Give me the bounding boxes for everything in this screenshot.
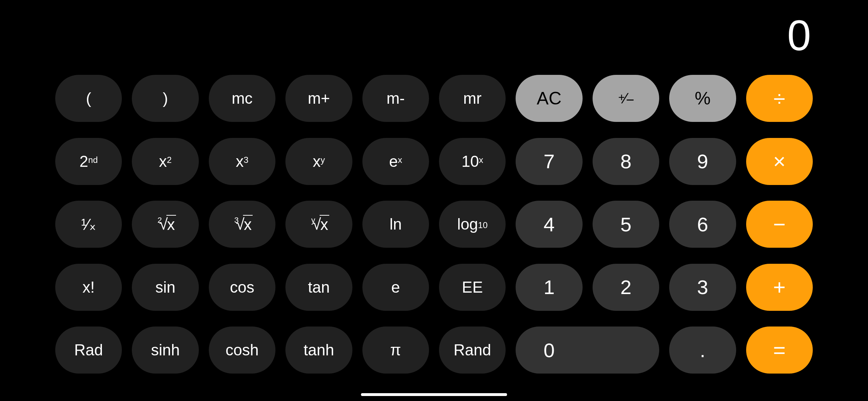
x-squared-button[interactable]: x2	[132, 138, 198, 185]
multiply-button[interactable]: ×	[746, 138, 813, 185]
e-to-x-button[interactable]: ex	[362, 138, 429, 185]
all-clear-button[interactable]: AC	[516, 75, 582, 122]
y-root-button[interactable]: y√x	[285, 201, 352, 248]
x-to-y-button[interactable]: xy	[285, 138, 352, 185]
x-cubed-button[interactable]: x3	[209, 138, 275, 185]
rad-button[interactable]: Rad	[55, 327, 122, 374]
divide-button[interactable]: ÷	[746, 75, 813, 122]
zero-button[interactable]: 0	[516, 327, 659, 374]
five-button[interactable]: 5	[593, 201, 659, 248]
tanh-button[interactable]: tanh	[285, 327, 352, 374]
ln-button[interactable]: ln	[362, 201, 429, 248]
second-function-button[interactable]: 2nd	[55, 138, 122, 185]
nine-button[interactable]: 9	[669, 138, 736, 185]
cosh-button[interactable]: cosh	[209, 327, 275, 374]
cos-button[interactable]: cos	[209, 264, 275, 311]
plus-minus-button[interactable]: +⁄−	[593, 75, 659, 122]
home-indicator[interactable]	[361, 393, 507, 396]
six-button[interactable]: 6	[669, 201, 736, 248]
ee-button[interactable]: EE	[439, 264, 506, 311]
keypad: ( ) mc m+ m- mr AC +⁄− % ÷ 2nd x2 x3 xy …	[55, 75, 813, 380]
close-paren-button[interactable]: )	[132, 75, 198, 122]
seven-button[interactable]: 7	[516, 138, 582, 185]
cube-root-button[interactable]: 3√x	[209, 201, 275, 248]
memory-clear-button[interactable]: mc	[209, 75, 275, 122]
sin-button[interactable]: sin	[132, 264, 198, 311]
open-paren-button[interactable]: (	[55, 75, 122, 122]
one-button[interactable]: 1	[516, 264, 582, 311]
ten-to-x-button[interactable]: 10x	[439, 138, 506, 185]
plus-button[interactable]: +	[746, 264, 813, 311]
rand-button[interactable]: Rand	[439, 327, 506, 374]
three-button[interactable]: 3	[669, 264, 736, 311]
factorial-button[interactable]: x!	[55, 264, 122, 311]
equals-button[interactable]: =	[746, 327, 813, 374]
four-button[interactable]: 4	[516, 201, 582, 248]
memory-recall-button[interactable]: mr	[439, 75, 506, 122]
log10-button[interactable]: log10	[439, 201, 506, 248]
pi-button[interactable]: π	[362, 327, 429, 374]
minus-button[interactable]: −	[746, 201, 813, 248]
sinh-button[interactable]: sinh	[132, 327, 198, 374]
reciprocal-button[interactable]: ¹⁄ₓ	[55, 201, 122, 248]
eight-button[interactable]: 8	[593, 138, 659, 185]
square-root-button[interactable]: 2√x	[132, 201, 198, 248]
two-button[interactable]: 2	[593, 264, 659, 311]
tan-button[interactable]: tan	[285, 264, 352, 311]
decimal-button[interactable]: .	[669, 327, 736, 374]
e-constant-button[interactable]: e	[362, 264, 429, 311]
percent-button[interactable]: %	[669, 75, 736, 122]
display-value: 0	[787, 11, 811, 60]
memory-minus-button[interactable]: m-	[362, 75, 429, 122]
memory-plus-button[interactable]: m+	[285, 75, 352, 122]
